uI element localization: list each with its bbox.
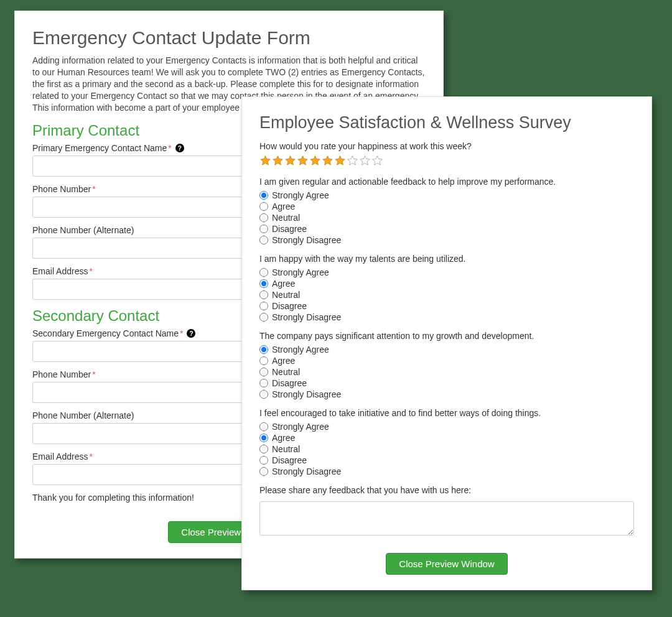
likert-option[interactable]: Neutral <box>259 444 634 454</box>
option-label: Disagree <box>272 224 307 234</box>
option-label: Strongly Disagree <box>272 235 341 245</box>
survey-title: Employee Satisfaction & Wellness Survey <box>259 113 634 132</box>
survey-card: Employee Satisfaction & Wellness Survey … <box>241 96 652 590</box>
help-icon[interactable]: ? <box>175 144 184 152</box>
star-rating[interactable] <box>259 155 634 167</box>
option-label: Agree <box>272 279 295 289</box>
radio-input[interactable] <box>259 279 268 288</box>
question-text: The company pays significant attention t… <box>259 331 634 341</box>
rating-question: How would you rate your happiness at wor… <box>259 141 634 151</box>
likert-option[interactable]: Agree <box>259 279 634 289</box>
radio-input[interactable] <box>259 268 268 277</box>
option-label: Neutral <box>272 213 300 223</box>
likert-option[interactable]: Neutral <box>259 213 634 223</box>
option-label: Disagree <box>272 378 307 388</box>
option-label: Strongly Disagree <box>272 466 341 476</box>
star-filled-icon[interactable] <box>309 155 321 167</box>
likert-question: I feel encouraged to take initiative and… <box>259 408 634 476</box>
option-label: Strongly Disagree <box>272 389 341 399</box>
radio-input[interactable] <box>259 290 268 299</box>
likert-option[interactable]: Strongly Agree <box>259 345 634 355</box>
likert-option[interactable]: Strongly Agree <box>259 190 634 200</box>
option-label: Neutral <box>272 444 300 454</box>
star-filled-icon[interactable] <box>322 155 334 167</box>
question-text: I feel encouraged to take initiative and… <box>259 408 634 418</box>
radio-input[interactable] <box>259 236 268 244</box>
question-text: I am given regular and actionable feedba… <box>259 177 634 187</box>
likert-option[interactable]: Agree <box>259 433 634 443</box>
likert-option[interactable]: Strongly Agree <box>259 267 634 277</box>
radio-input[interactable] <box>259 313 268 322</box>
radio-input[interactable] <box>259 368 268 376</box>
likert-question: I am given regular and actionable feedba… <box>259 177 634 245</box>
radio-input[interactable] <box>259 467 268 476</box>
star-filled-icon[interactable] <box>297 155 309 167</box>
radio-input[interactable] <box>259 390 268 399</box>
likert-question: The company pays significant attention t… <box>259 331 634 399</box>
likert-option[interactable]: Disagree <box>259 378 634 388</box>
close-preview-button[interactable]: Close Preview Window <box>386 553 507 575</box>
radio-input[interactable] <box>259 202 268 211</box>
likert-option[interactable]: Strongly Agree <box>259 422 634 432</box>
option-label: Strongly Agree <box>272 267 329 277</box>
radio-input[interactable] <box>259 345 268 354</box>
likert-option[interactable]: Strongly Disagree <box>259 235 634 245</box>
radio-input[interactable] <box>259 213 268 222</box>
radio-input[interactable] <box>259 456 268 465</box>
help-icon[interactable]: ? <box>187 329 195 338</box>
radio-input[interactable] <box>259 191 268 200</box>
likert-option[interactable]: Agree <box>259 356 634 366</box>
radio-input[interactable] <box>259 445 268 453</box>
option-label: Agree <box>272 433 295 443</box>
radio-input[interactable] <box>259 225 268 233</box>
likert-option[interactable]: Disagree <box>259 301 634 311</box>
option-label: Strongly Agree <box>272 345 329 355</box>
likert-option[interactable]: Neutral <box>259 367 634 377</box>
option-label: Disagree <box>272 301 307 311</box>
likert-option[interactable]: Disagree <box>259 455 634 465</box>
star-empty-icon[interactable] <box>371 155 383 167</box>
star-filled-icon[interactable] <box>334 155 346 167</box>
feedback-label: Please share any feedback that you have … <box>259 485 634 495</box>
likert-option[interactable]: Disagree <box>259 224 634 234</box>
question-text: I am happy with the way my talents are b… <box>259 254 634 264</box>
option-label: Strongly Disagree <box>272 312 341 322</box>
likert-option[interactable]: Strongly Disagree <box>259 312 634 322</box>
star-filled-icon[interactable] <box>284 155 296 167</box>
radio-input[interactable] <box>259 302 268 310</box>
likert-option[interactable]: Strongly Disagree <box>259 466 634 476</box>
star-empty-icon[interactable] <box>347 155 358 167</box>
star-filled-icon[interactable] <box>272 155 284 167</box>
option-label: Neutral <box>272 367 300 377</box>
likert-question: I am happy with the way my talents are b… <box>259 254 634 322</box>
option-label: Disagree <box>272 455 307 465</box>
likert-option[interactable]: Neutral <box>259 290 634 300</box>
likert-option[interactable]: Agree <box>259 202 634 211</box>
form-title: Emergency Contact Update Form <box>32 27 426 49</box>
feedback-textarea[interactable] <box>259 501 634 536</box>
option-label: Strongly Agree <box>272 422 329 432</box>
option-label: Strongly Agree <box>272 190 329 200</box>
likert-option[interactable]: Strongly Disagree <box>259 389 634 399</box>
radio-input[interactable] <box>259 434 268 442</box>
option-label: Agree <box>272 202 295 211</box>
option-label: Neutral <box>272 290 300 300</box>
radio-input[interactable] <box>259 356 268 365</box>
star-filled-icon[interactable] <box>259 155 271 167</box>
radio-input[interactable] <box>259 422 268 431</box>
option-label: Agree <box>272 356 295 366</box>
radio-input[interactable] <box>259 379 268 387</box>
star-empty-icon[interactable] <box>359 155 371 167</box>
